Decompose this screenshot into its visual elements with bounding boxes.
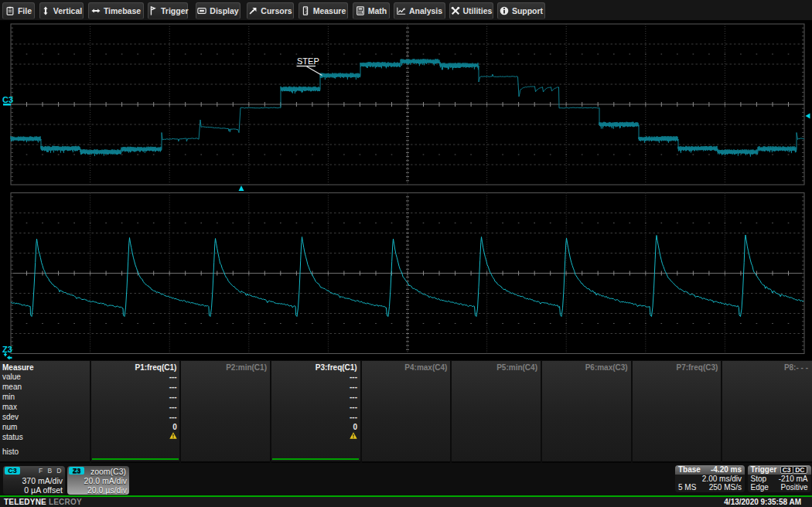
- svg-text:C3: C3: [2, 95, 13, 104]
- svg-text:STEP: STEP: [297, 56, 319, 66]
- svg-text:Z3: Z3: [2, 345, 12, 354]
